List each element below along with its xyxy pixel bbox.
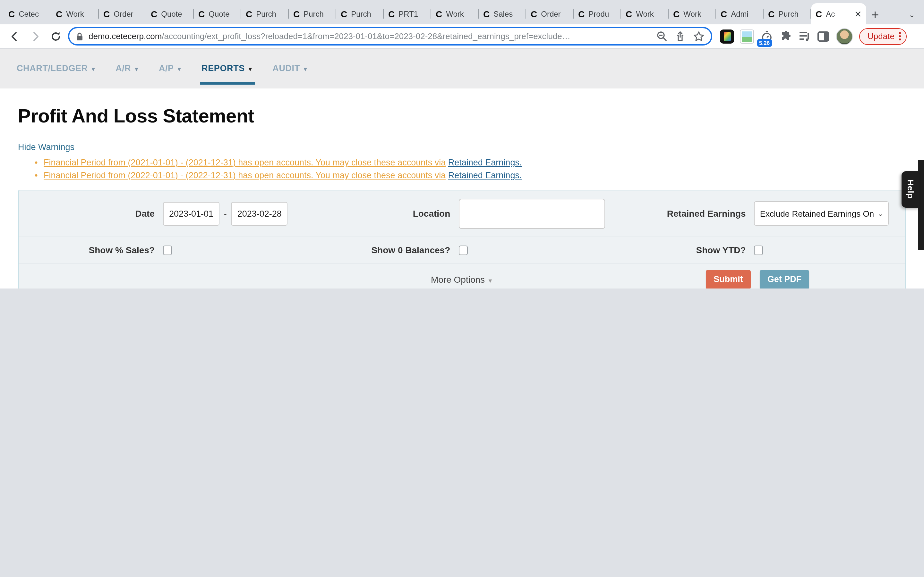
report-filter-panel: Date - Location Retained Earnings Exclud… — [18, 190, 906, 288]
warning-item: Financial Period from (2022-01-01) - (20… — [44, 171, 906, 180]
browser-tab[interactable]: CPurch — [289, 3, 336, 24]
back-button[interactable] — [6, 28, 23, 45]
cetec-favicon-icon: C — [293, 9, 300, 18]
browser-tab[interactable]: CProdu — [573, 3, 621, 24]
browser-tab[interactable]: CQuote — [146, 3, 194, 24]
browser-tab[interactable]: CPurch — [336, 3, 384, 24]
more-options-toggle[interactable]: More Options▼ — [431, 274, 493, 284]
cetec-favicon-icon: C — [8, 9, 15, 18]
browser-tab[interactable]: CWork — [51, 3, 99, 24]
address-bar[interactable]: demo.cetecerp.com/accounting/ext_profit_… — [68, 27, 712, 45]
extensions-area: 5.26 — [720, 29, 830, 43]
browser-toolbar: demo.cetecerp.com/accounting/ext_profit_… — [0, 24, 924, 49]
retained-earnings-label: Retained Earnings — [610, 208, 746, 219]
retained-earnings-link[interactable]: Retained Earnings. — [448, 158, 522, 167]
page-title: Profit And Loss Statement — [18, 89, 906, 127]
browser-tab[interactable]: CWork — [621, 3, 669, 24]
chevron-down-icon: ▼ — [302, 66, 309, 72]
cetec-favicon-icon: C — [151, 9, 157, 18]
url-text: demo.cetecerp.com/accounting/ext_profit_… — [89, 31, 651, 41]
location-input[interactable] — [459, 198, 605, 229]
reload-button[interactable] — [47, 28, 64, 45]
browser-tab[interactable]: COrder — [526, 3, 573, 24]
nav-reports[interactable]: REPORTS▼ — [202, 63, 253, 74]
cetec-favicon-icon: C — [341, 9, 347, 18]
cetec-favicon-icon: C — [388, 9, 395, 18]
cetec-favicon-icon: C — [103, 9, 110, 18]
chevron-down-icon: ▼ — [176, 66, 182, 72]
browser-window: CCetec CWork COrder CQuote CQuote CPurch… — [0, 0, 924, 288]
browser-tab[interactable]: CQuote — [194, 3, 241, 24]
browser-tab[interactable]: CPRT1 — [384, 3, 431, 24]
retained-earnings-link[interactable]: Retained Earnings. — [448, 171, 522, 180]
forward-button[interactable] — [27, 28, 44, 45]
browser-tab[interactable]: CCetec — [4, 3, 51, 24]
show-sales-checkbox[interactable] — [163, 245, 172, 255]
chevron-down-icon: ⌄ — [878, 210, 883, 217]
tab-strip: CCetec CWork COrder CQuote CQuote CPurch… — [0, 0, 924, 24]
show-zero-label: Show 0 Balances? — [314, 245, 450, 255]
show-ytd-checkbox[interactable] — [754, 245, 763, 255]
nav-audit[interactable]: AUDIT▼ — [272, 63, 309, 74]
tab-close-icon[interactable]: ✕ — [855, 9, 862, 18]
nav-ar[interactable]: A/R▼ — [115, 63, 140, 74]
cetec-favicon-icon: C — [246, 9, 252, 18]
tab-search-chevron-icon[interactable]: ⌄ — [909, 10, 915, 19]
browser-tab[interactable]: COrder — [99, 3, 146, 24]
warnings-list: Financial Period from (2021-01-01) - (20… — [44, 158, 906, 180]
date-label: Date — [19, 208, 155, 219]
chevron-down-icon: ▼ — [90, 66, 96, 72]
chevron-down-icon: ▼ — [247, 66, 253, 72]
cetec-favicon-icon: C — [626, 9, 632, 18]
nav-chart-ledger[interactable]: CHART/LEDGER▼ — [17, 63, 96, 74]
get-pdf-button[interactable]: Get PDF — [760, 269, 809, 288]
stopwatch-extension-icon[interactable]: 5.26 — [760, 29, 774, 43]
browser-tab[interactable]: CWork — [669, 3, 716, 24]
playlist-extension-icon[interactable] — [798, 31, 811, 42]
show-zero-balances-checkbox[interactable] — [459, 245, 467, 255]
cetec-favicon-icon: C — [56, 9, 62, 18]
browser-tab[interactable]: CAdmi — [716, 3, 764, 24]
location-label: Location — [314, 208, 450, 219]
browser-menu-kebab-icon[interactable] — [899, 32, 901, 40]
puzzle-extensions-icon[interactable] — [780, 30, 792, 43]
help-button[interactable]: Help — [901, 171, 919, 208]
browser-tab[interactable]: CPurch — [764, 3, 811, 24]
submit-button[interactable]: Submit — [706, 269, 751, 288]
update-button[interactable]: Update — [859, 28, 907, 45]
cetec-favicon-icon: C — [720, 9, 727, 18]
doc-extension-icon[interactable] — [720, 29, 734, 43]
cetec-favicon-icon: C — [531, 9, 537, 18]
cetec-favicon-icon: C — [436, 9, 442, 18]
site-nav: CHART/LEDGER▼ A/R▼ A/P▼ REPORTS▼ AUDIT▼ — [0, 49, 924, 89]
chevron-down-icon: ▼ — [134, 66, 139, 72]
chevron-down-icon: ▼ — [487, 277, 493, 284]
browser-tab[interactable]: CSales — [479, 3, 526, 24]
nav-ap[interactable]: A/P▼ — [159, 63, 182, 74]
photo-extension-icon[interactable] — [740, 29, 754, 43]
extension-badge: 5.26 — [757, 39, 772, 47]
share-icon[interactable] — [675, 31, 685, 42]
cetec-favicon-icon: C — [673, 9, 680, 18]
new-tab-button[interactable]: + — [871, 8, 879, 21]
show-ytd-label: Show YTD? — [610, 245, 746, 255]
date-from-input[interactable] — [163, 201, 220, 226]
date-to-input[interactable] — [231, 201, 288, 226]
cetec-favicon-icon: C — [768, 9, 774, 18]
browser-tab-active[interactable]: CAc✕ — [811, 3, 866, 24]
cetec-favicon-icon: C — [578, 9, 585, 18]
zoom-out-icon[interactable] — [656, 31, 667, 42]
cetec-favicon-icon: C — [816, 9, 822, 18]
hide-warnings-link[interactable]: Hide Warnings — [18, 142, 74, 152]
lock-icon — [76, 32, 83, 41]
warning-item: Financial Period from (2021-01-01) - (20… — [44, 158, 906, 167]
bookmark-star-icon[interactable] — [693, 31, 704, 42]
show-sales-label: Show % Sales? — [19, 245, 155, 255]
browser-tab[interactable]: CWork — [431, 3, 479, 24]
sidebar-toggle-icon[interactable] — [817, 31, 830, 42]
cetec-favicon-icon: C — [483, 9, 489, 18]
browser-tab[interactable]: CPurch — [241, 3, 289, 24]
cetec-favicon-icon: C — [198, 9, 205, 18]
profile-avatar[interactable] — [836, 28, 853, 45]
retained-earnings-select[interactable]: Exclude Retained Earnings On 'A ⌄ — [754, 201, 889, 226]
